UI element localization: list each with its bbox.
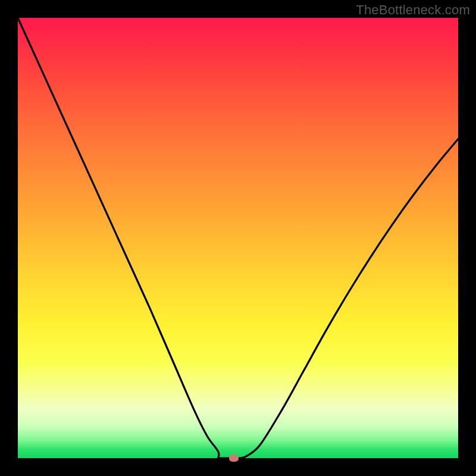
watermark-text: TheBottleneck.com	[356, 2, 470, 18]
plot-area	[18, 18, 458, 458]
chart-frame: TheBottleneck.com	[0, 0, 476, 476]
curve-svg	[18, 18, 458, 458]
min-marker	[229, 455, 239, 462]
bottleneck-curve	[18, 18, 458, 458]
